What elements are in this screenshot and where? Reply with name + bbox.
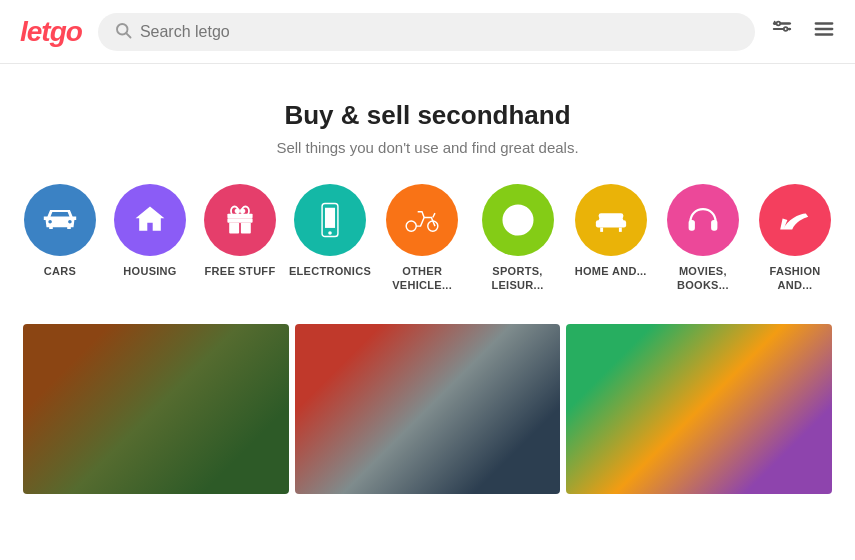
category-circle-home-and (575, 184, 647, 256)
svg-rect-27 (596, 220, 602, 227)
product-card[interactable] (295, 324, 561, 494)
svg-point-23 (406, 221, 416, 231)
category-circle-housing (114, 184, 186, 256)
category-circle-sports (482, 184, 554, 256)
svg-point-9 (777, 22, 781, 26)
svg-rect-16 (241, 223, 251, 234)
product-card[interactable] (23, 324, 289, 494)
category-circle-cars (24, 184, 96, 256)
category-label-movies-books: MOVIES, BOOKS... (661, 264, 745, 293)
category-label-cars: CARS (44, 264, 76, 278)
svg-rect-31 (619, 228, 622, 232)
category-housing[interactable]: HOUSING (110, 184, 190, 293)
category-label-fashion: FASHION AND... (755, 264, 835, 293)
svg-line-1 (126, 33, 130, 37)
category-label-other-vehicles: OTHER VEHICLE... (380, 264, 464, 293)
menu-icon[interactable] (813, 18, 835, 45)
svg-rect-33 (711, 220, 717, 231)
svg-rect-32 (688, 220, 694, 231)
category-home-and[interactable]: HOME AND... (571, 184, 651, 293)
svg-rect-28 (620, 220, 626, 227)
svg-rect-26 (599, 217, 623, 227)
svg-rect-15 (229, 223, 239, 234)
search-icon (114, 21, 132, 43)
svg-rect-29 (599, 213, 623, 219)
category-cars[interactable]: CARS (20, 184, 100, 293)
category-movies-books[interactable]: MOVIES, BOOKS... (661, 184, 745, 293)
category-circle-fashion (759, 184, 831, 256)
svg-point-10 (784, 27, 788, 31)
hero-section: Buy & sell secondhand Sell things you do… (0, 64, 855, 184)
search-input[interactable] (140, 23, 739, 41)
category-label-sports: SPORTS, LEISUR... (474, 264, 561, 293)
hero-title: Buy & sell secondhand (20, 100, 835, 131)
category-fashion[interactable]: FASHION AND... (755, 184, 835, 293)
svg-rect-19 (227, 214, 252, 219)
search-bar[interactable] (98, 13, 755, 51)
category-circle-free-stuff (204, 184, 276, 256)
category-sports[interactable]: SPORTS, LEISUR... (474, 184, 561, 293)
svg-rect-21 (325, 208, 335, 228)
logo[interactable]: letgo (20, 16, 82, 48)
categories-row: CARSHOUSINGFREE STUFFELECTRONICSOTHER VE… (0, 184, 855, 321)
category-label-free-stuff: FREE STUFF (205, 264, 276, 278)
svg-rect-30 (600, 228, 603, 232)
category-circle-other-vehicles (386, 184, 458, 256)
hero-subtitle: Sell things you don't use and find great… (20, 139, 835, 156)
product-grid (0, 321, 855, 497)
category-label-electronics: ELECTRONICS (289, 264, 371, 278)
header-icons (771, 18, 835, 45)
category-other-vehicles[interactable]: OTHER VEHICLE... (380, 184, 464, 293)
category-free-stuff[interactable]: FREE STUFF (200, 184, 280, 293)
category-circle-electronics (294, 184, 366, 256)
product-card[interactable] (566, 324, 832, 494)
category-electronics[interactable]: ELECTRONICS (290, 184, 370, 293)
header: letgo (0, 0, 855, 64)
filter-icon[interactable] (771, 18, 793, 45)
category-label-housing: HOUSING (123, 264, 176, 278)
category-circle-movies-books (667, 184, 739, 256)
category-label-home-and: HOME AND... (575, 264, 647, 278)
svg-point-22 (328, 231, 332, 235)
svg-rect-14 (227, 218, 252, 223)
